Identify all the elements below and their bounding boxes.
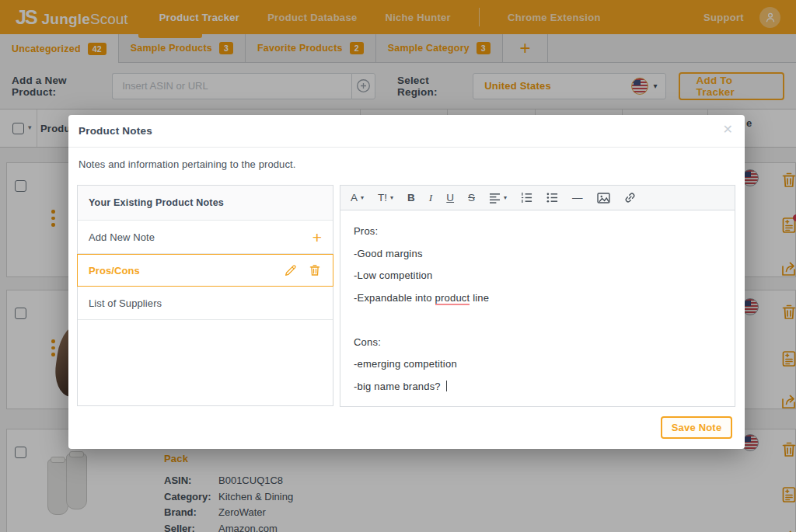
modal-header: Product Notes bbox=[68, 115, 745, 148]
unordered-list-icon bbox=[546, 192, 558, 203]
note-item-list-of-suppliers[interactable]: List of Suppliers bbox=[78, 287, 333, 320]
note-editor-textarea[interactable]: Pros: -Good margins -Low competition -Ex… bbox=[340, 210, 735, 407]
note-editor-panel: A▾ T!▾ B I U S ▾ — Pros: bbox=[340, 185, 735, 407]
misspelled-word: product bbox=[435, 292, 470, 305]
close-icon[interactable]: ✕ bbox=[723, 123, 733, 136]
editor-line: -Low competition bbox=[354, 265, 721, 287]
add-new-note-label: Add New Note bbox=[89, 231, 155, 243]
chevron-down-icon: ▾ bbox=[390, 194, 393, 201]
ordered-list-icon bbox=[521, 192, 532, 203]
unordered-list-button[interactable] bbox=[546, 192, 558, 203]
trash-icon[interactable] bbox=[308, 263, 322, 277]
add-new-note-row[interactable]: Add New Note + bbox=[78, 221, 333, 254]
editor-blank-line bbox=[354, 309, 721, 332]
chevron-down-icon: ▾ bbox=[504, 194, 507, 201]
editor-line: -emerging competition bbox=[354, 353, 721, 376]
text-cursor bbox=[446, 381, 447, 391]
pencil-icon[interactable] bbox=[284, 263, 298, 277]
note-item-label: Pros/Cons bbox=[89, 265, 140, 276]
note-item-pros-cons[interactable]: Pros/Cons bbox=[77, 254, 333, 287]
existing-notes-panel: Your Existing Product Notes Add New Note… bbox=[77, 185, 333, 406]
save-note-button[interactable]: Save Note bbox=[661, 416, 732, 439]
note-item-label: List of Suppliers bbox=[89, 297, 162, 309]
modal-subtitle: Notes and information pertaining to the … bbox=[79, 158, 295, 170]
modal-title: Product Notes bbox=[79, 125, 152, 137]
plus-icon: + bbox=[312, 229, 322, 245]
underline-button[interactable]: U bbox=[446, 192, 454, 203]
editor-line: -Expandable into product line bbox=[354, 287, 721, 310]
bold-button[interactable]: B bbox=[407, 192, 415, 203]
align-left-icon bbox=[489, 193, 501, 203]
image-icon bbox=[597, 193, 610, 203]
insert-link-button[interactable] bbox=[624, 192, 636, 203]
align-button[interactable]: ▾ bbox=[489, 193, 507, 203]
editor-line: -Good margins bbox=[354, 243, 721, 266]
font-color-button[interactable]: A▾ bbox=[351, 192, 364, 203]
link-icon bbox=[624, 192, 636, 203]
horizontal-rule-button[interactable]: — bbox=[572, 192, 583, 203]
italic-button[interactable]: I bbox=[429, 192, 433, 204]
editor-line: -big name brands? bbox=[354, 376, 721, 398]
notes-panel-header: Your Existing Product Notes bbox=[78, 186, 333, 221]
ordered-list-button[interactable] bbox=[521, 192, 532, 203]
product-notes-modal: Product Notes ✕ Notes and information pe… bbox=[68, 115, 745, 449]
editor-line: Pros: bbox=[354, 221, 721, 243]
chevron-down-icon: ▾ bbox=[361, 194, 364, 201]
strikethrough-button[interactable]: S bbox=[468, 192, 475, 203]
editor-line: Cons: bbox=[354, 332, 721, 354]
insert-image-button[interactable] bbox=[597, 193, 610, 203]
text-format-button[interactable]: T!▾ bbox=[378, 192, 393, 203]
editor-toolbar: A▾ T!▾ B I U S ▾ — bbox=[340, 185, 735, 210]
